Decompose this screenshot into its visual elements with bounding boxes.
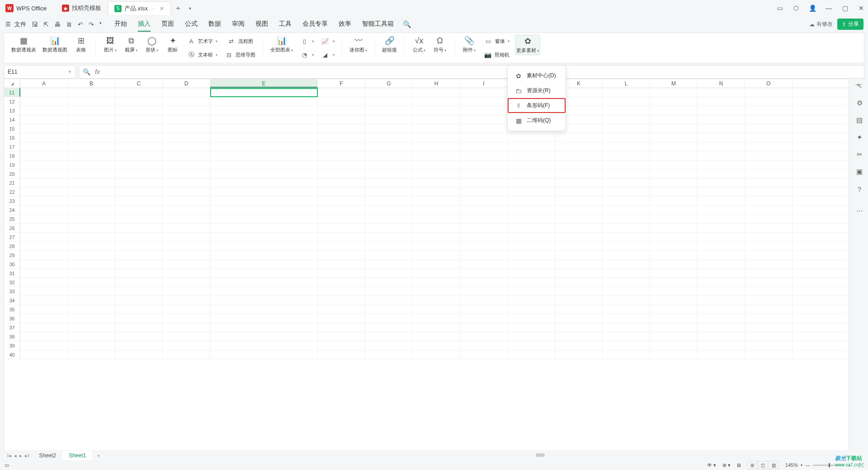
bar-chart-button[interactable]: ▯▾	[298, 35, 315, 47]
cell[interactable]	[508, 287, 555, 296]
cell[interactable]	[318, 233, 365, 241]
row-header-24[interactable]: 24	[4, 206, 20, 214]
tab-document[interactable]: S 产品.xlsx · ✕	[108, 1, 171, 15]
cell[interactable]	[365, 133, 413, 142]
menu-tab-会员专享[interactable]: 会员专享	[302, 17, 328, 32]
cell[interactable]	[20, 323, 68, 332]
zoom-dropdown-icon[interactable]: ▾	[801, 463, 802, 467]
cell[interactable]	[68, 106, 115, 115]
col-header-C[interactable]: C	[115, 79, 163, 88]
cell[interactable]	[460, 142, 508, 151]
cell[interactable]	[210, 287, 318, 296]
cell[interactable]	[603, 323, 650, 332]
cell[interactable]	[555, 169, 603, 178]
cell[interactable]	[508, 314, 555, 323]
cell[interactable]	[698, 314, 745, 323]
cell[interactable]	[20, 242, 68, 250]
cell[interactable]	[115, 242, 163, 250]
cell[interactable]	[163, 260, 210, 268]
cell[interactable]	[460, 160, 508, 169]
cell[interactable]	[603, 197, 650, 205]
cell[interactable]	[745, 106, 793, 115]
cell[interactable]	[20, 206, 68, 214]
cell[interactable]	[365, 278, 413, 287]
cell[interactable]	[210, 278, 318, 287]
cell[interactable]	[508, 197, 555, 205]
mindmap-button[interactable]: ⊟思维导图	[223, 49, 256, 61]
zoom-icon[interactable]: 🔍	[83, 68, 90, 75]
cell[interactable]	[603, 151, 650, 160]
cell[interactable]	[413, 296, 460, 305]
cell[interactable]	[460, 341, 508, 350]
col-header-D[interactable]: D	[163, 79, 210, 88]
cell[interactable]	[115, 142, 163, 151]
cell[interactable]	[745, 350, 793, 359]
cell[interactable]	[698, 88, 745, 97]
cell[interactable]	[555, 215, 603, 223]
cell[interactable]	[603, 160, 650, 169]
cell[interactable]	[20, 160, 68, 169]
cell[interactable]	[745, 124, 793, 133]
cell[interactable]	[460, 323, 508, 332]
cell[interactable]	[603, 169, 650, 178]
cell[interactable]	[365, 142, 413, 151]
cell[interactable]	[68, 215, 115, 223]
cell[interactable]	[210, 350, 318, 359]
cell[interactable]	[698, 197, 745, 205]
cell[interactable]	[555, 206, 603, 214]
cell[interactable]	[115, 133, 163, 142]
cell[interactable]	[318, 197, 365, 205]
cell[interactable]	[365, 151, 413, 160]
col-header-F[interactable]: F	[318, 79, 365, 88]
cell[interactable]	[163, 97, 210, 106]
col-header-I[interactable]: I	[460, 79, 508, 88]
cell[interactable]	[115, 88, 163, 97]
cell[interactable]	[163, 278, 210, 287]
cell[interactable]	[413, 341, 460, 350]
cell[interactable]	[210, 233, 318, 241]
more-materials-button[interactable]: ✿更多素材▾	[515, 35, 540, 55]
cell[interactable]	[68, 179, 115, 187]
cell[interactable]	[698, 287, 745, 296]
cell[interactable]	[413, 197, 460, 205]
horizontal-scrollbar[interactable]	[109, 453, 844, 458]
wordart-button[interactable]: A艺术字▾	[185, 35, 218, 47]
pivot-chart-button[interactable]: 📊数据透视图	[42, 35, 68, 54]
more-icon[interactable]: ⋯	[855, 206, 864, 215]
cell[interactable]	[603, 124, 650, 133]
sparkline-button[interactable]: 〰迷你图▾	[349, 35, 368, 54]
cell[interactable]	[508, 296, 555, 305]
cell[interactable]	[68, 188, 115, 196]
file-menu[interactable]: 文件	[13, 19, 28, 29]
menu-tab-智能工具箱[interactable]: 智能工具箱	[362, 17, 394, 32]
cell[interactable]	[745, 287, 793, 296]
cell[interactable]	[163, 188, 210, 196]
cell[interactable]	[68, 260, 115, 268]
row-header-17[interactable]: 17	[4, 142, 20, 151]
cell[interactable]	[555, 197, 603, 205]
cell[interactable]	[115, 160, 163, 169]
cell[interactable]	[115, 97, 163, 106]
row-header-29[interactable]: 29	[4, 251, 20, 259]
cell[interactable]	[68, 305, 115, 314]
menu-tab-插入[interactable]: 插入	[138, 17, 151, 32]
cell[interactable]	[460, 179, 508, 187]
cell[interactable]	[745, 215, 793, 223]
cell[interactable]	[603, 224, 650, 232]
cell[interactable]	[210, 341, 318, 350]
cell[interactable]	[163, 115, 210, 124]
cell[interactable]	[508, 224, 555, 232]
maximize-icon[interactable]: ▢	[841, 4, 849, 12]
cell[interactable]	[460, 233, 508, 241]
cell[interactable]	[115, 197, 163, 205]
cell[interactable]	[650, 206, 698, 214]
cell[interactable]	[318, 314, 365, 323]
menu-item-2[interactable]: ⦀条形码(F)	[508, 98, 566, 113]
cell[interactable]	[68, 160, 115, 169]
cell[interactable]	[413, 160, 460, 169]
cell[interactable]	[210, 242, 318, 250]
cell[interactable]	[365, 97, 413, 106]
cell[interactable]	[318, 169, 365, 178]
cell[interactable]	[413, 97, 460, 106]
cell[interactable]	[210, 151, 318, 160]
